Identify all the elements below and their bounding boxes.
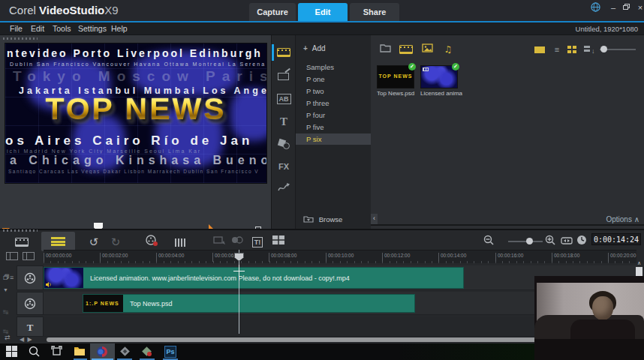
- start-button[interactable]: [6, 346, 18, 358]
- capture-app-icon[interactable]: [119, 346, 131, 358]
- sound-mixer-button[interactable]: [170, 235, 190, 250]
- swap-track-icon[interactable]: ⇄: [5, 334, 11, 341]
- panel-drag-handle[interactable]: [3, 230, 38, 232]
- video-filmstrip-icon: [423, 68, 429, 71]
- ruler-label: 00:00:00:00: [44, 253, 71, 262]
- graphic-icon[interactable]: [272, 134, 296, 154]
- video-track-header[interactable]: [17, 266, 44, 290]
- minimize-button[interactable]: –: [608, 2, 618, 13]
- track-size-icon[interactable]: [6, 252, 35, 262]
- panel-drag-handle[interactable]: [3, 38, 38, 40]
- zoom-out-icon[interactable]: [479, 235, 498, 250]
- storyboard-view-button[interactable]: [13, 235, 32, 250]
- clip-label: Top News.psd: [126, 300, 173, 308]
- menu-settings[interactable]: Settings: [78, 24, 107, 33]
- title-icon[interactable]: T: [272, 112, 296, 131]
- filter-icon[interactable]: FX: [272, 157, 296, 176]
- record-capture-button[interactable]: [142, 235, 161, 250]
- file-explorer-icon[interactable]: [74, 346, 86, 358]
- redo-button[interactable]: ↻: [106, 235, 125, 250]
- sort-icon[interactable]: ↓: [582, 43, 598, 56]
- list-view-icon[interactable]: ≡: [549, 43, 565, 56]
- thumb-title-text: TOP NEWS: [378, 74, 414, 79]
- product-text: VideoStudio: [39, 4, 104, 16]
- gallery-item-licensed-animation[interactable]: ✓: [420, 65, 458, 88]
- motion-tracking-button[interactable]: [209, 235, 229, 250]
- scroll-left-icon[interactable]: ◀ ▶: [20, 336, 32, 343]
- transition-icon[interactable]: AB: [272, 89, 296, 109]
- thumbnail-view-icon[interactable]: [564, 43, 581, 56]
- collapse-library-icon[interactable]: ‹: [371, 214, 378, 224]
- close-button[interactable]: ×: [635, 2, 644, 13]
- tab-capture[interactable]: Capture: [249, 3, 296, 21]
- webcam-foreground-shadow: [534, 339, 644, 360]
- show-videos-icon[interactable]: [398, 43, 414, 56]
- undo-button[interactable]: ↺: [84, 235, 104, 250]
- video-preview[interactable]: ntevideo Porto Liverpool Edinburgh Bruss…: [5, 43, 267, 184]
- instant-project-icon[interactable]: [272, 67, 296, 86]
- show-audio-icon[interactable]: ♫: [440, 43, 456, 56]
- library-folder-p-five[interactable]: P five: [296, 122, 371, 133]
- library-folder-p-four[interactable]: P four: [296, 110, 371, 121]
- timeline-zoom-slider[interactable]: [508, 241, 543, 242]
- path-icon[interactable]: [272, 179, 296, 199]
- capture-app2-icon[interactable]: [141, 346, 153, 358]
- library-folder-list: +Add Samples P one P two P three P four …: [296, 35, 371, 229]
- gallery-item-top-news[interactable]: TOP NEWS ✓: [377, 65, 414, 88]
- library-folder-p-three[interactable]: P three: [296, 98, 371, 109]
- city-row: a Chicago Kinshasa Buenos: [10, 154, 267, 167]
- timeline-clip-overlay[interactable]: 1:.P NEWS Top News.psd: [83, 294, 415, 313]
- folder-view-icon[interactable]: [377, 43, 393, 56]
- title-track-header[interactable]: T: [17, 316, 44, 337]
- ruler-label: 00:00:08:00: [269, 253, 296, 262]
- library-folder-p-two[interactable]: P two: [296, 86, 371, 97]
- library-folder-p-one[interactable]: P one: [296, 74, 371, 85]
- city-row: os Aires Cairo Río de Jan: [5, 134, 266, 148]
- track-dropdown-icon[interactable]: ▼: [3, 287, 8, 292]
- timeline-view-button[interactable]: [41, 232, 75, 251]
- tab-share[interactable]: Share: [350, 3, 399, 21]
- menu-file[interactable]: File: [10, 24, 23, 33]
- add-folder-button[interactable]: +Add: [303, 44, 326, 52]
- timeline-zoom-knob[interactable]: [526, 238, 533, 244]
- webcam-person-face: [592, 296, 613, 320]
- media-icon[interactable]: [272, 43, 296, 62]
- tab-edit[interactable]: Edit: [298, 3, 348, 21]
- search-icon[interactable]: [29, 346, 41, 358]
- photoshop-icon[interactable]: Ps: [164, 346, 176, 358]
- thumbnail-size-knob[interactable]: [600, 46, 607, 52]
- browse-button[interactable]: Browse: [303, 215, 342, 224]
- ruler-label: 00:00:02:00: [100, 253, 128, 262]
- ruler-label: 00:00:04:00: [156, 253, 184, 262]
- menubar: File Edit Tools Settings Help Untitled, …: [0, 22, 644, 35]
- city-row: Tokyo Moscow Paris Ams: [13, 68, 267, 85]
- library-folder-p-six[interactable]: P six: [296, 134, 371, 145]
- subtitle-editor-button[interactable]: T!: [248, 235, 267, 250]
- restore-button[interactable]: [621, 2, 632, 13]
- menu-help[interactable]: Help: [111, 24, 128, 33]
- track-manager-icon[interactable]: 🗇≡: [3, 274, 14, 281]
- storyboard-view-icon[interactable]: [531, 43, 548, 56]
- ripple-edit-icon[interactable]: ↹: [3, 308, 9, 316]
- library-panel: AB T FX +Add Samples P one P two P three…: [272, 35, 371, 229]
- timeline-ruler[interactable]: 00:00:00:00 00:00:02:00 00:00:04:00 00:0…: [44, 250, 636, 263]
- globe-icon[interactable]: [590, 2, 600, 13]
- overlay-track-header[interactable]: [17, 292, 44, 315]
- options-button[interactable]: Options ∧: [606, 215, 639, 224]
- in-use-check-icon: ✓: [408, 63, 416, 70]
- timeline-clip-video[interactable]: Licensed animation. www.janberlintelevis…: [44, 267, 464, 289]
- scroll-up-icon[interactable]: ∧: [636, 260, 642, 266]
- videostudio-taskbar-icon[interactable]: [96, 346, 108, 358]
- multicam-editor-button[interactable]: [227, 235, 247, 250]
- project-info: Untitled, 1920*1080: [576, 25, 638, 33]
- clip-thumbnail: 1:.P NEWS: [83, 295, 123, 312]
- show-photos-icon[interactable]: [419, 43, 435, 56]
- timeline-playhead-line[interactable]: [239, 250, 239, 334]
- ruler-label: 00:00:10:00: [326, 253, 354, 262]
- menu-edit[interactable]: Edit: [31, 24, 44, 33]
- timeline-view-icon: [51, 237, 65, 246]
- library-folder-samples[interactable]: Samples: [296, 62, 371, 73]
- task-view-icon[interactable]: [51, 346, 63, 358]
- menu-tools[interactable]: Tools: [53, 24, 71, 33]
- split-screen-template-button[interactable]: [269, 235, 288, 250]
